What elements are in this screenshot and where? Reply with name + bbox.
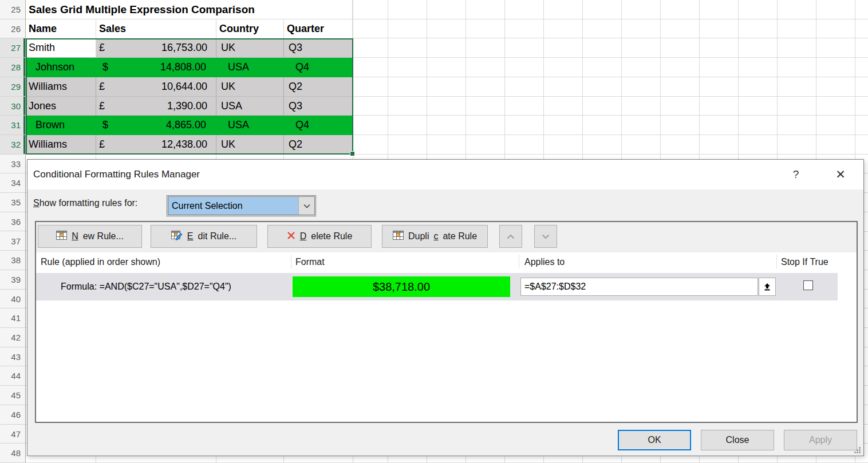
column-header-name[interactable]: Name [26,19,96,39]
row-header-48[interactable]: 48 [0,444,25,463]
sheet-row-29[interactable]: Williams£10,644.00UKQ2 [26,77,353,97]
cell-D31[interactable]: Q4 [284,116,353,135]
row-header-46[interactable]: 46 [0,405,25,425]
cell-D30[interactable]: Q3 [284,97,353,116]
sales-amount: 16,753.00 [96,38,216,58]
cell-C27[interactable]: UK [216,38,284,58]
rule-description: Formula: =AND($C27="USA",$D27="Q4") [61,273,231,300]
cell-A31[interactable]: Brown [26,116,96,135]
row-header-40[interactable]: 40 [0,290,25,309]
help-icon[interactable]: ? [788,160,804,189]
row-header-35[interactable]: 35 [0,193,25,212]
row-header-44[interactable]: 44 [0,366,25,386]
row-header-37[interactable]: 37 [0,232,25,251]
column-header-country[interactable]: Country [216,19,284,39]
cell-B31[interactable]: $4,865.00 [96,116,216,135]
currency-symbol: £ [99,135,105,155]
cell-A29[interactable]: Williams [26,77,96,97]
cell-B29[interactable]: £10,644.00 [96,77,216,97]
ok-button[interactable]: OK [618,430,691,450]
table-edit-pencil-icon [171,231,183,243]
sheet-row-32[interactable]: Williams£12,438.00UKQ2 [26,135,353,155]
cell-A27[interactable]: Smith [26,38,96,58]
header-applies-to: Applies to [524,252,565,271]
row-header-36[interactable]: 36 [0,212,25,232]
row-header-42[interactable]: 42 [0,328,25,347]
cell-A28[interactable]: Johnson [26,58,96,77]
chevron-down-icon[interactable] [298,197,314,215]
cell-C30[interactable]: USA [216,97,284,116]
move-rule-up-button[interactable] [499,225,522,248]
new-rule-button[interactable]: New Rule... [38,225,142,248]
row-header-38[interactable]: 38 [0,251,25,270]
cell-C31[interactable]: USA [216,116,284,135]
column-header-sales[interactable]: Sales [96,19,216,39]
header-divider [519,255,519,268]
dialog-titlebar[interactable]: Conditional Formatting Rules Manager ? ✕ [27,160,863,189]
cell-B30[interactable]: £1,390.00 [96,97,216,116]
edit-rule-button[interactable]: Edit Rule... [151,225,257,248]
cell-D27[interactable]: Q3 [284,38,353,58]
rules-list-header: Rule (applied in order shown) Format App… [36,252,857,271]
currency-symbol: £ [99,38,105,58]
sheet-row-27[interactable]: Smith£16,753.00UKQ3 [26,38,353,58]
show-rules-for-label: Show formatting rules for: [33,193,137,212]
sales-amount: 4,865.00 [96,116,216,135]
cell-B28[interactable]: $14,808.00 [96,58,216,77]
header-stop-if-true: Stop If True [781,252,828,271]
currency-symbol: £ [99,77,105,97]
resize-grip[interactable] [854,446,861,453]
sales-amount: 1,390.00 [96,97,216,116]
row-header-26[interactable]: 26 [0,19,25,39]
sheet-row-30[interactable]: Jones£1,390.00USAQ3 [26,97,353,116]
cell-D29[interactable]: Q2 [284,77,353,97]
header-divider [291,255,291,268]
show-rules-for-dropdown[interactable]: Current Selection [168,196,315,215]
row-header-27[interactable]: 27 [0,38,25,58]
sheet-row-31[interactable]: Brown$4,865.00USAQ4 [26,116,353,135]
chevron-down-icon [542,231,550,242]
dropdown-selected-value[interactable]: Current Selection [168,197,298,215]
column-header-quarter[interactable]: Quarter [284,19,353,39]
row-header-45[interactable]: 45 [0,386,25,405]
row-header-28[interactable]: 28 [0,58,25,77]
row-header-25[interactable]: 25 [0,0,25,19]
apply-button[interactable]: Apply [784,430,857,450]
collapse-dialog-icon[interactable] [759,278,776,296]
row-header-43[interactable]: 43 [0,347,25,367]
cell-B27[interactable]: £16,753.00 [96,38,216,58]
cell-C28[interactable]: USA [216,58,284,77]
rule-row[interactable]: Formula: =AND($C27="USA",$D27="Q4") $38,… [36,273,838,300]
cell-C29[interactable]: UK [216,77,284,97]
row-header-34[interactable]: 34 [0,173,25,193]
row-header-32[interactable]: 32 [0,135,25,155]
stop-if-true-checkbox[interactable] [803,280,813,290]
red-x-icon [287,231,295,242]
applies-to-input[interactable] [520,278,758,296]
row-header-39[interactable]: 39 [0,270,25,290]
close-icon[interactable]: ✕ [833,160,849,189]
row-header-30[interactable]: 30 [0,97,25,116]
close-button[interactable]: Close [701,430,774,450]
row-header-33[interactable]: 33 [0,155,25,174]
sales-amount: 10,644.00 [96,77,216,97]
cell-B32[interactable]: £12,438.00 [96,135,216,155]
format-preview[interactable]: $38,718.00 [293,276,510,297]
row-header-47[interactable]: 47 [0,425,25,444]
sheet-row-28[interactable]: Johnson$14,808.00USAQ4 [26,58,353,77]
cell-C32[interactable]: UK [216,135,284,155]
header-rule: Rule (applied in order shown) [41,252,160,271]
delete-rule-button[interactable]: Delete Rule [267,225,372,248]
cell-D28[interactable]: Q4 [284,58,353,77]
move-rule-down-button[interactable] [534,225,557,248]
row-header-29[interactable]: 29 [0,77,25,97]
chevron-up-icon [507,231,515,242]
cell-A32[interactable]: Williams [26,135,96,155]
duplicate-rule-button[interactable]: Duplicate Rule [382,225,488,248]
row-header-31[interactable]: 31 [0,116,25,135]
sales-amount: 14,808.00 [96,58,216,77]
cell-D32[interactable]: Q2 [284,135,353,155]
row-header-41[interactable]: 41 [0,308,25,328]
cell-A30[interactable]: Jones [26,97,96,116]
sheet-title-cell[interactable]: Sales Grid Multiple Expression Compariso… [26,0,353,19]
